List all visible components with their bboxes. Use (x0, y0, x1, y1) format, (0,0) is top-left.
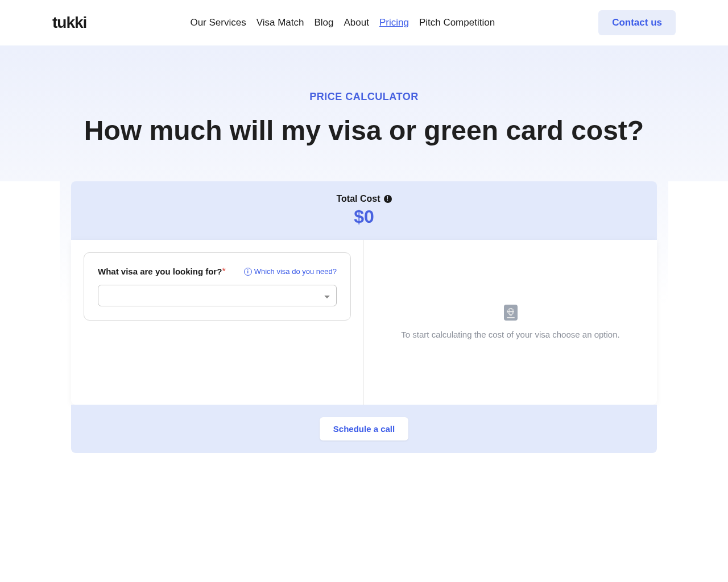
info-outline-icon: i (244, 268, 252, 276)
hero-title: How much will my visa or green card cost… (0, 114, 728, 147)
calculator-right-panel: To start calculating the cost of your vi… (364, 240, 657, 405)
logo[interactable]: tukki (52, 14, 86, 32)
nav-pricing[interactable]: Pricing (379, 17, 409, 28)
nav-visa-match[interactable]: Visa Match (257, 17, 304, 28)
total-cost-bar: Total Cost ! $0 (71, 181, 657, 240)
contact-us-button[interactable]: Contact us (598, 10, 676, 35)
empty-state-text: To start calculating the cost of your vi… (401, 330, 619, 339)
question-label-wrapper: What visa are you looking for?* (98, 267, 226, 277)
info-icon[interactable]: ! (384, 195, 392, 203)
nav-our-services[interactable]: Our Services (190, 17, 246, 28)
calculator-left-panel: What visa are you looking for?* i Which … (71, 240, 364, 405)
question-header: What visa are you looking for?* i Which … (98, 267, 337, 277)
nav-about[interactable]: About (344, 17, 369, 28)
calculator-body: What visa are you looking for?* i Which … (71, 240, 657, 405)
hero-section: PRICE CALCULATOR How much will my visa o… (0, 45, 728, 181)
calculator-section: Total Cost ! $0 What visa are you lookin… (60, 181, 668, 487)
question-label: What visa are you looking for? (98, 267, 222, 276)
nav-pitch-competition[interactable]: Pitch Competition (419, 17, 495, 28)
visa-select-wrapper (98, 285, 337, 306)
schedule-bar: Schedule a call (71, 405, 657, 453)
passport-icon (504, 305, 518, 321)
visa-question-card: What visa are you looking for?* i Which … (84, 252, 351, 321)
schedule-call-button[interactable]: Schedule a call (320, 417, 408, 440)
which-visa-help-link[interactable]: i Which visa do you need? (244, 267, 337, 276)
total-cost-label: Total Cost (336, 194, 380, 204)
header: tukki Our Services Visa Match Blog About… (0, 0, 728, 45)
total-cost-value: $0 (71, 206, 657, 227)
hero-eyebrow: PRICE CALCULATOR (0, 91, 728, 103)
nav-blog[interactable]: Blog (314, 17, 333, 28)
visa-select[interactable] (98, 285, 337, 306)
help-link-text: Which visa do you need? (254, 267, 337, 276)
main-nav: Our Services Visa Match Blog About Prici… (190, 17, 495, 28)
required-indicator: * (222, 267, 225, 276)
total-cost-label-row: Total Cost ! (336, 194, 391, 204)
